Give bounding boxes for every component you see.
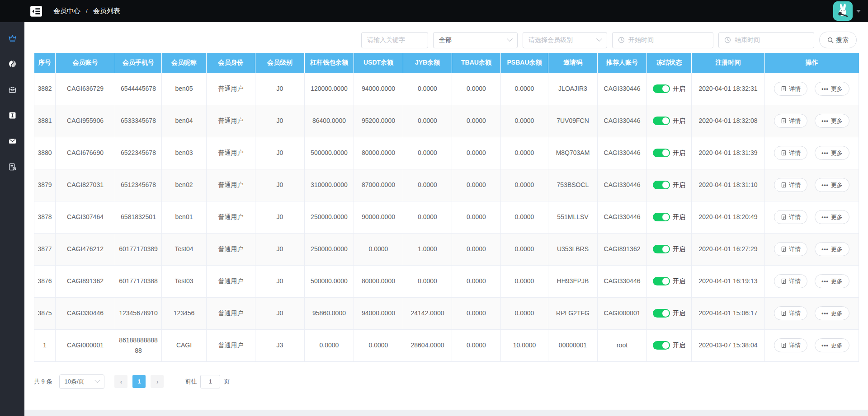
table-row: 3882CAGI6367296544445678ben05普通用户J012000…: [34, 73, 859, 105]
cell-reg-time: 2020-04-01 18:20:49: [692, 201, 765, 233]
avatar-dropdown-caret[interactable]: [856, 10, 861, 13]
column-header: 会员手机号: [115, 53, 162, 73]
cell-reg-time: 2020-04-01 18:32:31: [692, 73, 765, 105]
freeze-status-label: 开启: [673, 84, 685, 93]
detail-button[interactable]: 详情: [774, 178, 807, 192]
identity-selected-value: 全部: [439, 36, 452, 44]
toggle-knob: [662, 245, 670, 253]
cell-seq: 3880: [34, 137, 56, 169]
cell-reg-time: 2020-04-01 18:31:10: [692, 169, 765, 201]
more-dots-icon: •••: [821, 182, 829, 188]
detail-button[interactable]: 详情: [774, 306, 807, 320]
cell-lever_balance: 86400.0000: [305, 105, 354, 137]
cell-level: J0: [255, 233, 305, 265]
sidebar-item-toolbox[interactable]: [6, 83, 19, 96]
cell-seq: 1: [34, 329, 56, 361]
sidebar-item-globe[interactable]: [6, 57, 19, 70]
cell-reg-time: 2020-04-01 16:19:13: [692, 265, 765, 297]
toggle-knob: [662, 149, 670, 157]
sidebar-item-info-square[interactable]: [6, 109, 19, 122]
more-button[interactable]: •••更多: [815, 146, 849, 160]
freeze-toggle[interactable]: [653, 84, 670, 93]
cell-referrer: root: [598, 329, 647, 361]
cell-account: CAGI000001: [56, 329, 115, 361]
page-size-select[interactable]: 10条/页: [59, 374, 104, 389]
freeze-toggle[interactable]: [653, 117, 670, 125]
column-header: 注册时间: [692, 53, 765, 73]
cell-reg-time: 2020-03-07 15:38:04: [692, 329, 765, 361]
freeze-status-label: 开启: [673, 212, 685, 222]
pagination: 共 9 条 10条/页 ‹ 1 › 前往 页: [34, 374, 868, 389]
breadcrumb-item-member-list[interactable]: 会员列表: [93, 7, 120, 15]
detail-button[interactable]: 详情: [774, 146, 807, 160]
cell-invite_code: 00000001: [548, 329, 598, 361]
cell-phone: 6544445678: [115, 73, 162, 105]
freeze-status-label: 开启: [673, 340, 685, 350]
more-dots-icon: •••: [821, 311, 829, 316]
freeze-toggle[interactable]: [653, 341, 670, 350]
cell-psbau_balance: 0.0000: [501, 73, 548, 105]
cell-actions: 详情•••更多: [765, 169, 859, 201]
cell-invite_code: HH93EPJB: [548, 265, 598, 297]
search-icon: [827, 37, 834, 43]
freeze-toggle[interactable]: [653, 309, 670, 318]
level-select[interactable]: 请选择会员级别: [523, 32, 607, 48]
end-time-input[interactable]: 结束时间: [718, 32, 814, 48]
detail-button[interactable]: 详情: [774, 210, 807, 224]
more-button[interactable]: •••更多: [815, 242, 849, 256]
user-avatar[interactable]: [833, 1, 853, 21]
cell-phone: 6581832501: [115, 201, 162, 233]
sidebar-item-crown[interactable]: [6, 32, 19, 44]
sidebar-item-file-check[interactable]: [6, 160, 19, 173]
cell-usdt_balance: 0.0000: [354, 329, 403, 361]
identity-select[interactable]: 全部: [433, 32, 518, 48]
freeze-toggle[interactable]: [653, 149, 670, 157]
bottom-strip: [24, 410, 868, 416]
detail-button[interactable]: 详情: [774, 82, 807, 96]
next-page-button[interactable]: ›: [151, 375, 164, 388]
collapse-menu-icon[interactable]: [30, 5, 42, 17]
more-button[interactable]: •••更多: [815, 82, 849, 96]
goto-suffix-label: 页: [224, 378, 230, 386]
freeze-toggle[interactable]: [653, 213, 670, 221]
breadcrumb-item-member-center[interactable]: 会员中心: [53, 7, 80, 15]
detail-button[interactable]: 详情: [774, 114, 807, 128]
cell-level: J0: [255, 265, 305, 297]
more-dots-icon: •••: [821, 150, 829, 156]
column-header: 邀请码: [548, 53, 598, 73]
page-size-value: 10条/页: [64, 378, 84, 386]
start-time-input[interactable]: 开始时间: [612, 32, 713, 48]
sidebar-item-mail[interactable]: [6, 135, 19, 147]
detail-button[interactable]: 详情: [774, 274, 807, 288]
cell-psbau_balance: 0.0000: [501, 201, 548, 233]
detail-button-label: 详情: [789, 85, 801, 93]
search-button[interactable]: 搜索: [819, 32, 857, 48]
cell-jyb_balance: 0.0000: [403, 105, 452, 137]
freeze-toggle[interactable]: [653, 245, 670, 253]
cell-account: CAGI891362: [56, 265, 115, 297]
more-button[interactable]: •••更多: [815, 306, 849, 320]
cell-identity: 普通用户: [207, 169, 255, 201]
more-button[interactable]: •••更多: [815, 178, 849, 192]
page-number-button[interactable]: 1: [132, 375, 146, 388]
cell-phone: 60177170388: [115, 265, 162, 297]
prev-page-button[interactable]: ‹: [114, 375, 127, 388]
more-button[interactable]: •••更多: [815, 274, 849, 288]
freeze-toggle[interactable]: [653, 181, 670, 189]
cell-lever_balance: 500000.0000: [305, 137, 354, 169]
more-button-label: 更多: [831, 117, 843, 125]
document-icon: [781, 214, 787, 220]
detail-button[interactable]: 详情: [774, 242, 807, 256]
more-dots-icon: •••: [821, 86, 829, 92]
goto-page-input[interactable]: [200, 375, 220, 388]
freeze-toggle[interactable]: [653, 277, 670, 285]
cell-jyb_balance: 0.0000: [403, 201, 452, 233]
more-button[interactable]: •••更多: [815, 210, 849, 224]
more-button[interactable]: •••更多: [815, 338, 849, 352]
keyword-input[interactable]: 请输入关键字: [361, 32, 428, 48]
detail-button[interactable]: 详情: [774, 338, 807, 352]
end-time-placeholder: 结束时间: [735, 36, 760, 44]
main-content: 请输入关键字 全部 请选择会员级别 开始时间 结束时间 搜索: [24, 22, 868, 410]
more-button[interactable]: •••更多: [815, 114, 849, 128]
toggle-knob: [662, 213, 670, 221]
